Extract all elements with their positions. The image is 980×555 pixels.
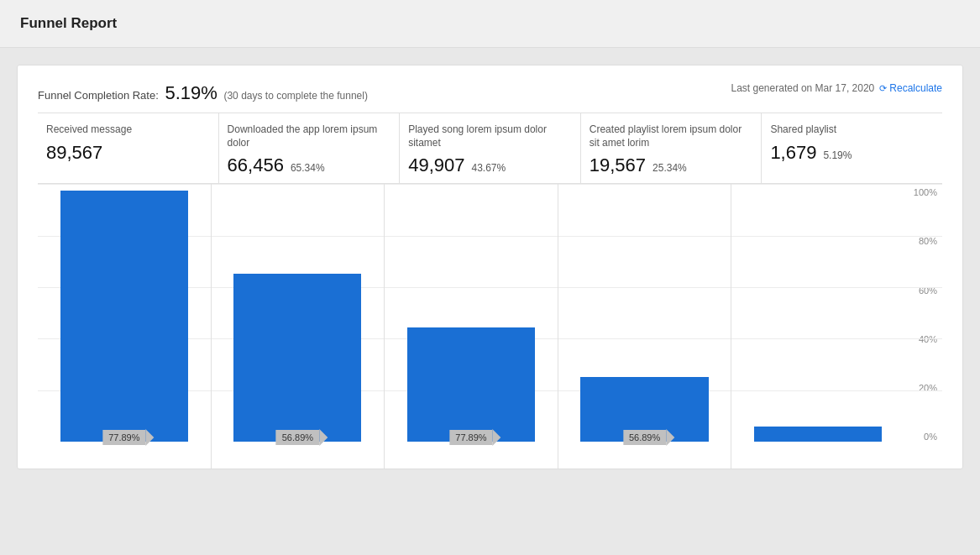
bar-wrapper-1 <box>46 191 202 442</box>
page-title: Funnel Report <box>20 15 960 32</box>
step-count-5: 1,679 <box>770 142 816 164</box>
chart-column-4: 56.89% <box>558 184 732 469</box>
y-axis-label-2: 60% <box>919 285 937 296</box>
step-count-2: 66,456 <box>228 154 284 176</box>
chart-columns: 77.89%56.89%77.89%56.89% <box>38 184 904 469</box>
y-axis-label-4: 20% <box>919 383 937 393</box>
completion-rate-label: Funnel Completion Rate: <box>38 89 159 102</box>
bar-wrapper-2 <box>220 191 376 442</box>
arrow-label-3: 77.89% <box>449 430 492 445</box>
chart-column-5 <box>731 184 904 469</box>
y-axis-label-5: 0% <box>924 432 937 442</box>
y-axis-label-3: 40% <box>919 334 937 344</box>
bar-1 <box>60 191 188 442</box>
step-count-4: 19,567 <box>590 154 646 176</box>
chart-column-3: 77.89% <box>385 184 558 469</box>
funnel-steps-header: Received message89,567Downloaded the app… <box>38 113 942 183</box>
step-pct-5: 5.19% <box>823 149 852 161</box>
y-axis: 100%80%60%40%20%0% <box>904 184 942 469</box>
bar-wrapper-5 <box>740 191 896 442</box>
funnel-step-2: Downloaded the app lorem ipsum dolor66,4… <box>219 113 401 183</box>
funnel-step-3: Played song lorem ipsum dolor sitamet49,… <box>400 113 581 183</box>
y-axis-label-1: 80% <box>919 236 937 246</box>
step-label-5: Shared playlist <box>770 123 934 137</box>
recalculate-label: Recalculate <box>889 82 942 94</box>
funnel-step-4: Created playlist lorem ipsum dolor sit a… <box>581 113 763 183</box>
y-axis-label-0: 100% <box>914 187 937 197</box>
report-container: Funnel Completion Rate: 5.19% (30 days t… <box>17 65 963 469</box>
funnel-step-5: Shared playlist1,6795.19% <box>762 113 942 183</box>
step-label-1: Received message <box>46 123 210 137</box>
report-top: Funnel Completion Rate: 5.19% (30 days t… <box>38 82 942 104</box>
completion-rate-value: 5.19% <box>165 82 217 103</box>
chart-column-1: 77.89% <box>38 184 212 469</box>
bar-wrapper-3 <box>393 191 549 442</box>
bar-2 <box>233 274 361 442</box>
step-pct-3: 43.67% <box>471 162 506 174</box>
step-label-3: Played song lorem ipsum dolor sitamet <box>408 123 572 149</box>
chart-column-2: 56.89% <box>212 184 385 469</box>
bar-wrapper-4 <box>567 191 723 442</box>
step-count-3: 49,907 <box>408 154 464 176</box>
chart-area: 77.89%56.89%77.89%56.89% 100%80%60%40%20… <box>38 183 942 469</box>
completion-rate-note: (30 days to complete the funnel) <box>223 90 367 102</box>
bar-5 <box>754 427 882 442</box>
step-label-2: Downloaded the app lorem ipsum dolor <box>228 123 391 149</box>
step-count-1: 89,567 <box>46 142 102 164</box>
arrow-label-2: 56.89% <box>276 430 319 445</box>
arrow-label-1: 77.89% <box>102 430 145 445</box>
completion-rate-section: Funnel Completion Rate: 5.19% (30 days t… <box>38 82 368 104</box>
step-pct-2: 65.34% <box>291 162 325 174</box>
report-meta: Last generated on Mar 17, 2020 ⟳ Recalcu… <box>731 82 943 94</box>
step-label-4: Created playlist lorem ipsum dolor sit a… <box>590 123 753 149</box>
last-generated-label: Last generated on Mar 17, 2020 <box>731 82 875 94</box>
refresh-icon: ⟳ <box>879 83 887 94</box>
bar-3 <box>407 327 535 442</box>
arrow-label-4: 56.89% <box>623 430 666 445</box>
step-pct-4: 25.34% <box>652 162 687 174</box>
funnel-step-1: Received message89,567 <box>38 113 219 183</box>
recalculate-button[interactable]: ⟳ Recalculate <box>879 82 942 94</box>
page-header: Funnel Report <box>0 0 980 48</box>
